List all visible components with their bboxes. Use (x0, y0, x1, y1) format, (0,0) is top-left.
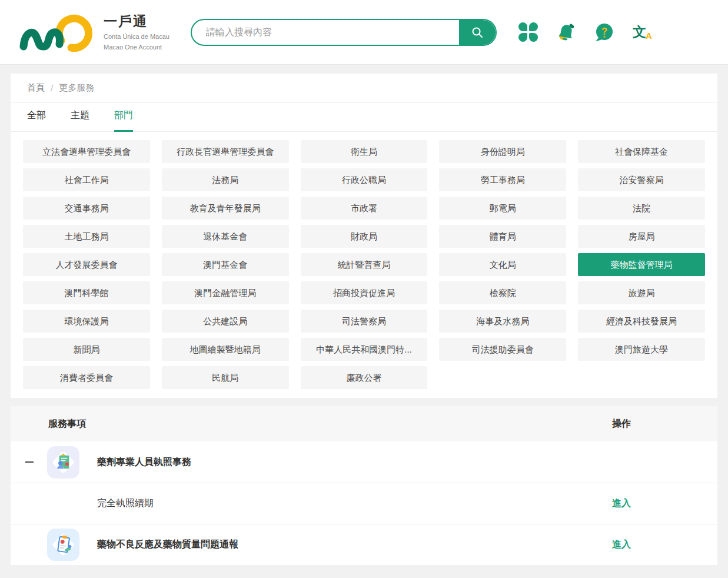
language-zh-glyph: 文 (633, 23, 646, 41)
services-table-header: 服務事項 操作 (11, 406, 717, 441)
column-header-action: 操作 (612, 418, 717, 430)
department-button[interactable]: 土地工務局 (23, 225, 150, 248)
department-button[interactable]: 文化局 (439, 253, 566, 276)
enter-link[interactable]: 進入 (612, 539, 631, 549)
tab-department[interactable]: 部門 (114, 109, 133, 132)
department-button[interactable]: 澳門旅遊大學 (578, 338, 705, 361)
department-button[interactable]: 海事及水務局 (439, 310, 566, 333)
breadcrumb-separator: / (51, 83, 53, 93)
department-button[interactable]: 民航局 (162, 366, 289, 389)
services-table: 服務事項 操作 藥劑專業人員執照事務 完全執照續期 (11, 406, 717, 565)
department-button[interactable]: 法院 (578, 197, 705, 220)
department-button[interactable]: 退休基金會 (162, 225, 289, 248)
department-button[interactable]: 藥物監督管理局 (578, 253, 705, 276)
logo-subtitle-pt: Conta Única de Macau (104, 32, 169, 41)
logo-subtitle-en: Macao One Account (104, 43, 169, 52)
svg-text:?: ? (601, 25, 607, 36)
search-button[interactable] (459, 20, 496, 45)
help-icon[interactable]: ? (593, 22, 614, 43)
search-input[interactable] (192, 20, 459, 45)
logo-title: 一戶通 (104, 12, 169, 31)
department-button[interactable]: 經濟及科技發展局 (578, 310, 705, 333)
notification-bell-icon[interactable] (556, 22, 577, 43)
breadcrumb-current: 更多服務 (59, 82, 94, 94)
department-button[interactable]: 交通事務局 (23, 197, 150, 220)
pharmacist-licence-icon (47, 446, 79, 479)
department-button[interactable]: 社會保障基金 (578, 140, 705, 163)
department-button[interactable]: 法務局 (162, 168, 289, 191)
department-grid: 立法會選舉管理委員會行政長官選舉管理委員會衛生局身份證明局社會保障基金社會工作局… (11, 132, 717, 398)
search-icon (470, 25, 484, 39)
department-button[interactable]: 治安警察局 (578, 168, 705, 191)
department-button[interactable]: 新聞局 (23, 338, 150, 361)
department-button[interactable]: 財政局 (301, 225, 428, 248)
department-button[interactable]: 公共建設局 (162, 310, 289, 333)
logo[interactable]: 一戶通 Conta Única de Macau Macao One Accou… (18, 11, 169, 54)
tabs: 全部 主題 部門 (11, 103, 717, 132)
service-sub-title: 完全執照續期 (97, 497, 154, 510)
department-button[interactable]: 旅遊局 (578, 281, 705, 304)
enter-link[interactable]: 進入 (612, 498, 631, 508)
department-button[interactable]: 身份證明局 (439, 140, 566, 163)
breadcrumb: 首頁 / 更多服務 (11, 74, 717, 103)
department-button[interactable]: 澳門金融管理局 (162, 281, 289, 304)
department-button[interactable]: 統計暨普查局 (301, 253, 428, 276)
department-button[interactable]: 檢察院 (439, 281, 566, 304)
service-item-row: 藥物不良反應及藥物質量問題通報 進入 (11, 524, 717, 565)
tab-all[interactable]: 全部 (27, 109, 46, 132)
departments-panel: 首頁 / 更多服務 全部 主題 部門 立法會選舉管理委員會行政長官選舉管理委員會… (11, 74, 717, 398)
service-item-title: 藥物不良反應及藥物質量問題通報 (97, 539, 238, 551)
department-button[interactable]: 體育局 (439, 225, 566, 248)
language-icon[interactable]: 文A (631, 22, 654, 43)
department-button[interactable]: 地圖繪製暨地籍局 (162, 338, 289, 361)
tab-topic[interactable]: 主題 (71, 109, 89, 132)
department-button[interactable]: 勞工事務局 (439, 168, 566, 191)
department-button[interactable]: 衛生局 (301, 140, 428, 163)
apps-grid-icon[interactable] (518, 22, 539, 43)
department-button[interactable]: 社會工作局 (23, 168, 150, 191)
adverse-reaction-report-icon (47, 529, 79, 561)
department-button[interactable]: 環境保護局 (23, 310, 150, 333)
department-button[interactable]: 郵電局 (439, 197, 566, 220)
language-latin-glyph: A (646, 31, 652, 41)
department-button[interactable]: 房屋局 (578, 225, 705, 248)
department-button[interactable]: 招商投資促進局 (301, 281, 428, 304)
department-button[interactable]: 澳門科學館 (23, 281, 150, 304)
department-button[interactable]: 行政公職局 (301, 168, 428, 191)
collapse-toggle[interactable] (25, 461, 47, 463)
mo-logo-mark (18, 11, 95, 54)
department-button[interactable]: 澳門基金會 (162, 253, 289, 276)
department-button[interactable]: 中華人民共和國澳門特... (301, 338, 428, 361)
minus-icon (25, 461, 34, 463)
department-button[interactable]: 廉政公署 (301, 366, 428, 389)
header-actions: ? 文A (518, 22, 654, 43)
service-group-title: 藥劑專業人員執照事務 (97, 456, 191, 469)
department-button[interactable]: 市政署 (301, 197, 428, 220)
department-button[interactable]: 教育及青年發展局 (162, 197, 289, 220)
header: 一戶通 Conta Única de Macau Macao One Accou… (0, 0, 728, 65)
column-header-name: 服務事項 (48, 418, 612, 430)
department-button[interactable]: 行政長官選舉管理委員會 (162, 140, 289, 163)
department-button[interactable]: 消費者委員會 (23, 366, 150, 389)
department-button[interactable]: 司法援助委員會 (439, 338, 566, 361)
breadcrumb-home[interactable]: 首頁 (27, 82, 45, 94)
search-bar (191, 19, 497, 46)
department-button[interactable]: 人才發展委員會 (23, 253, 150, 276)
service-sub-row: 完全執照續期 進入 (11, 483, 717, 524)
service-group-row: 藥劑專業人員執照事務 (11, 441, 717, 483)
department-button[interactable]: 司法警察局 (301, 310, 428, 333)
department-button[interactable]: 立法會選舉管理委員會 (23, 140, 150, 163)
